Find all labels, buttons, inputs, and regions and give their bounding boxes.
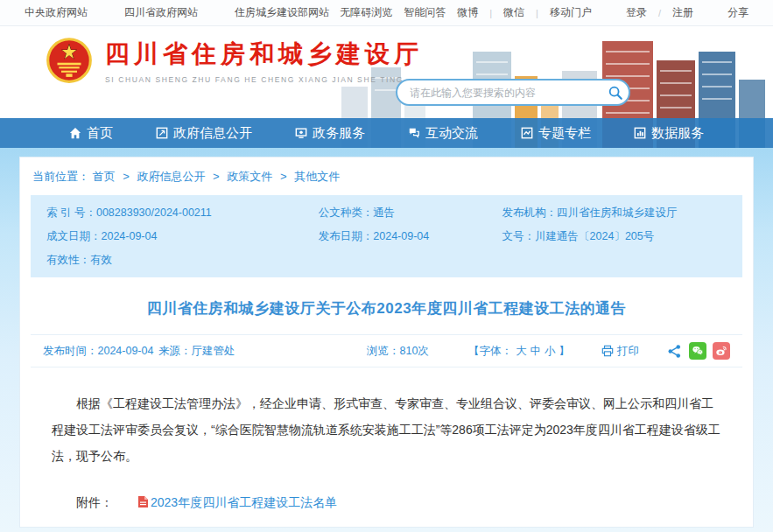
font-label: 【字体：	[468, 344, 512, 359]
link-central-gov[interactable]: 中央政府网站	[25, 5, 88, 20]
breadcrumb-home[interactable]: 首页	[93, 170, 116, 183]
font-size-large-button[interactable]: 大	[516, 344, 527, 359]
breadcrumb-separator: >	[123, 170, 130, 183]
divider: /	[658, 8, 661, 18]
source: 来源：厅建管处	[158, 344, 367, 359]
login-link[interactable]: 登录	[626, 5, 647, 20]
doc-validity: 有效性：有效	[46, 253, 319, 268]
nav-item-info-disclosure[interactable]: 政府信息公开	[156, 125, 252, 142]
gov-site-links: 中央政府网站 四川省政府网站 住房城乡建设部网站	[25, 5, 329, 20]
share-nodes-icon	[667, 344, 682, 359]
nav-item-interaction[interactable]: 互动交流	[408, 125, 478, 142]
doc-issuing-agency: 发布机构：四川省住房和城乡建设厅	[502, 206, 727, 220]
interaction-chat-icon	[408, 127, 420, 139]
register-link[interactable]: 注册	[672, 5, 693, 20]
site-subtitle-pinyin: SI CHUAN SHENG ZHU FANG HE CHENG XIANG J…	[105, 75, 423, 84]
print-label: 打印	[617, 344, 639, 359]
doc-publish-date: 发布日期：2024-09-04	[319, 229, 502, 244]
font-size-small-button[interactable]: 小	[545, 344, 556, 359]
doc-number: 文号：川建通告〔2024〕205号	[502, 229, 727, 244]
weibo-share-button[interactable]	[713, 342, 730, 360]
link-sichuan-gov[interactable]: 四川省政府网站	[124, 5, 198, 20]
link-mobile-portal[interactable]: 移动门户	[550, 5, 592, 20]
link-weibo[interactable]: 微博	[457, 5, 478, 20]
font-label-close: 】	[559, 344, 571, 359]
home-icon	[69, 127, 81, 139]
share-buttons	[665, 342, 730, 360]
attachment-link[interactable]: 2023年度四川省工程建设工法名单	[151, 495, 337, 509]
weibo-icon	[715, 345, 727, 357]
nav-item-gov-services[interactable]: 政务服务	[295, 125, 365, 142]
nav-label: 政府信息公开	[173, 125, 252, 142]
main-nav: 首页 政府信息公开 政务服务 互动交流 专题专栏 数据服务	[0, 118, 773, 148]
search-input[interactable]	[410, 87, 608, 99]
doc-info-table: 索 引 号：008283930/2024-00211 公文种类：通告 发布机构：…	[31, 195, 742, 277]
print-button[interactable]: 打印	[601, 344, 639, 359]
link-accessibility[interactable]: 无障碍浏览	[340, 5, 392, 20]
article-title: 四川省住房和城乡建设厅关于公布2023年度四川省工程建设工法的通告	[20, 277, 753, 334]
header-row: 四川省住房和城乡建设厅 SI CHUAN SHENG ZHU FANG HE C…	[0, 26, 773, 118]
site-title: 四川省住房和城乡建设厅	[105, 38, 423, 71]
nav-item-special-columns[interactable]: 专题专栏	[521, 125, 591, 142]
divider: |	[536, 8, 538, 18]
nav-label: 专题专栏	[538, 125, 591, 142]
breadcrumb-separator: >	[213, 170, 220, 183]
breadcrumb-separator: >	[280, 170, 287, 183]
link-smart-qa[interactable]: 智能问答	[404, 5, 446, 20]
view-count: 浏览：810次	[367, 344, 468, 359]
breadcrumb: 当前位置： 首页 > 政府信息公开 > 政策文件 > 其他文件	[20, 158, 753, 195]
font-size-medium-button[interactable]: 中	[531, 344, 542, 359]
breadcrumb-label: 当前位置：	[32, 170, 89, 183]
data-service-icon	[634, 127, 646, 139]
doc-index-number: 索 引 号：008283930/2024-00211	[46, 206, 319, 220]
nav-item-home[interactable]: 首页	[69, 125, 113, 142]
nav-label: 互动交流	[425, 125, 478, 142]
share-button[interactable]	[665, 342, 683, 360]
utility-bar: 中央政府网站 四川省政府网站 住房城乡建设部网站 无障碍浏览 智能问答 微博 |…	[0, 0, 773, 26]
search-button[interactable]	[608, 85, 623, 101]
special-column-icon	[521, 127, 533, 139]
doc-written-date: 成文日期：2024-09-04	[46, 229, 319, 244]
printer-icon	[601, 345, 614, 357]
wechat-icon	[692, 345, 704, 357]
breadcrumb-info-disclosure[interactable]: 政府信息公开	[137, 170, 205, 183]
publish-time: 发布时间：2024-09-04	[43, 344, 158, 359]
nav-label: 数据服务	[651, 125, 704, 142]
article-body: 根据《工程建设工法管理办法》，经企业申请、形式审查、专家审查、专业组合议、评委会…	[20, 368, 753, 469]
wechat-share-button[interactable]	[689, 342, 706, 360]
font-size-selector: 【字体： 大 中 小 】	[468, 344, 601, 359]
user-links: 无障碍浏览 智能问答 微博 | 微信 | 移动门户 登录 / 注册 分享	[340, 5, 748, 20]
search-icon	[608, 85, 623, 101]
link-wechat[interactable]: 微信	[503, 5, 524, 20]
national-emblem-logo	[46, 37, 93, 84]
page-background: 当前位置： 首页 > 政府信息公开 > 政策文件 > 其他文件 索 引 号：00…	[0, 148, 773, 532]
info-disclosure-icon	[156, 127, 168, 139]
link-mohurd[interactable]: 住房城乡建设部网站	[235, 5, 329, 20]
search-box	[396, 79, 630, 106]
content-card: 当前位置： 首页 > 政府信息公开 > 政策文件 > 其他文件 索 引 号：00…	[19, 157, 754, 528]
nav-item-data-services[interactable]: 数据服务	[634, 125, 704, 142]
service-monitor-icon	[295, 127, 307, 139]
doc-type: 公文种类：通告	[319, 206, 502, 220]
breadcrumb-policy-docs[interactable]: 政策文件	[227, 170, 272, 183]
share-link[interactable]: 分享	[727, 5, 748, 20]
divider: |	[489, 8, 492, 18]
site-brand: 四川省住房和城乡建设厅 SI CHUAN SHENG ZHU FANG HE C…	[46, 37, 423, 84]
attachment-row: 附件：2023年度四川省工程建设工法名单	[20, 469, 753, 511]
brand-text: 四川省住房和城乡建设厅 SI CHUAN SHENG ZHU FANG HE C…	[105, 38, 423, 84]
breadcrumb-other-docs[interactable]: 其他文件	[294, 170, 340, 183]
article-meta-row: 发布时间：2024-09-04 来源：厅建管处 浏览：810次 【字体： 大 中…	[31, 334, 742, 368]
attachment-label: 附件：	[76, 495, 113, 509]
nav-label: 政务服务	[313, 125, 365, 142]
pdf-file-icon	[113, 495, 149, 511]
site-header: 四川省住房和城乡建设厅 SI CHUAN SHENG ZHU FANG HE C…	[0, 26, 773, 148]
nav-label: 首页	[87, 125, 113, 142]
